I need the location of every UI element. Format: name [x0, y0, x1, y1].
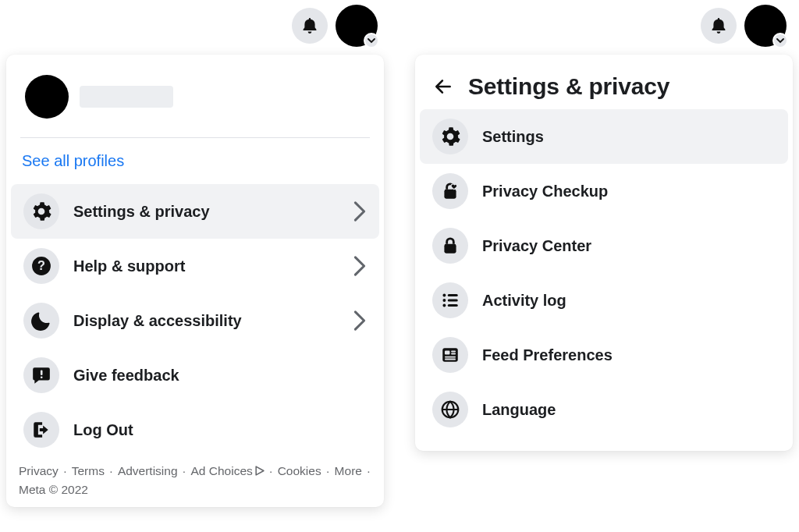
footer-link[interactable]: Cookies	[278, 464, 321, 477]
account-menu-list: Settings & privacy?Help & supportDisplay…	[6, 179, 384, 457]
menu-item-label: Log Out	[73, 421, 367, 439]
help-icon: ?	[23, 248, 59, 284]
bell-icon	[300, 16, 319, 35]
svg-point-7	[442, 299, 446, 302]
footer-link[interactable]: Privacy	[19, 464, 59, 477]
menu-item-help[interactable]: ?Help & support	[11, 239, 379, 293]
menu-item-logout[interactable]: Log Out	[11, 403, 379, 457]
footer-sep: ·	[265, 464, 278, 477]
svg-text:?: ?	[37, 258, 45, 272]
account-avatar-button[interactable]	[744, 5, 787, 47]
svg-rect-14	[451, 351, 456, 353]
profile-row[interactable]	[20, 69, 370, 133]
settings-menu-list: SettingsPrivacy CheckupPrivacy CenterAct…	[415, 108, 793, 437]
svg-rect-11	[448, 304, 458, 307]
feed-icon	[432, 337, 468, 373]
menu-item-label: Privacy Checkup	[482, 183, 776, 200]
profile-block	[20, 69, 370, 138]
menu-item-globe[interactable]: Language	[420, 382, 788, 437]
svg-rect-5	[444, 244, 456, 254]
gear-icon	[23, 193, 59, 229]
svg-rect-13	[445, 351, 450, 355]
account-menu-panel: See all profiles Settings & privacy?Help…	[6, 0, 384, 507]
svg-point-8	[442, 304, 446, 307]
back-button[interactable]	[432, 76, 454, 98]
svg-rect-4	[444, 190, 456, 199]
menu-item-feed[interactable]: Feed Preferences	[420, 328, 788, 382]
footer-sep: ·	[105, 464, 118, 477]
menu-item-feedback[interactable]: Give feedback	[11, 348, 379, 403]
profile-name-placeholder	[80, 86, 173, 108]
lock-heart-icon	[432, 173, 468, 209]
profile-avatar	[25, 75, 69, 119]
footer-sep: ·	[321, 464, 335, 477]
menu-item-label: Display & accessibility	[73, 312, 339, 330]
logout-icon	[23, 412, 59, 448]
menu-item-gear[interactable]: Settings & privacy	[11, 184, 379, 239]
footer-sep: ·	[59, 464, 72, 477]
menu-item-label: Privacy Center	[482, 237, 776, 255]
svg-rect-16	[445, 356, 456, 358]
chevron-down-icon	[772, 33, 788, 48]
footer-sep: ·	[178, 464, 191, 477]
chevron-right-icon	[353, 310, 367, 332]
menu-item-gear[interactable]: Settings	[420, 109, 788, 164]
menu-item-label: Help & support	[73, 257, 339, 275]
chevron-right-icon	[353, 200, 367, 222]
lock-icon	[432, 228, 468, 264]
feedback-icon	[23, 357, 59, 393]
account-avatar-button[interactable]	[336, 5, 378, 47]
panel-subheader: Settings & privacy	[415, 59, 793, 108]
footer-link[interactable]: More	[335, 464, 362, 477]
chevron-down-icon	[364, 33, 379, 48]
adchoices-icon	[254, 466, 265, 476]
header-icons	[292, 5, 378, 47]
svg-rect-10	[448, 299, 458, 301]
svg-rect-17	[445, 359, 456, 360]
list-icon	[432, 282, 468, 318]
menu-item-label: Feed Preferences	[482, 346, 776, 364]
menu-item-label: Language	[482, 401, 776, 419]
account-menu-card: See all profiles Settings & privacy?Help…	[6, 55, 384, 507]
footer-copyright: Meta © 2022	[19, 483, 88, 496]
svg-point-6	[442, 294, 446, 297]
see-all-profiles-link[interactable]: See all profiles	[6, 141, 384, 179]
gear-icon	[432, 119, 468, 154]
notifications-button[interactable]	[701, 8, 737, 44]
svg-rect-3	[41, 376, 43, 378]
bell-icon	[709, 16, 728, 35]
menu-item-list[interactable]: Activity log	[420, 273, 788, 328]
panel-title: Settings & privacy	[468, 73, 669, 100]
chevron-right-icon	[353, 255, 367, 277]
menu-item-label: Give feedback	[73, 367, 367, 385]
menu-item-label: Activity log	[482, 292, 776, 310]
moon-icon	[23, 303, 59, 339]
notifications-button[interactable]	[292, 8, 328, 44]
menu-item-label: Settings & privacy	[73, 203, 339, 221]
svg-rect-2	[41, 371, 43, 376]
menu-item-lock-heart[interactable]: Privacy Checkup	[420, 164, 788, 218]
arrow-left-icon	[433, 76, 453, 97]
menu-item-lock[interactable]: Privacy Center	[420, 218, 788, 273]
footer-link[interactable]: Terms	[72, 464, 105, 477]
footer-links: Privacy · Terms · Advertising · Ad Choic…	[6, 457, 384, 499]
footer-link[interactable]: Advertising	[118, 464, 178, 477]
menu-item-label: Settings	[482, 128, 776, 146]
footer-link[interactable]: Ad Choices	[190, 464, 252, 477]
globe-icon	[432, 392, 468, 427]
header-icons	[701, 5, 787, 47]
footer-sep: ·	[362, 464, 372, 477]
svg-rect-15	[451, 353, 456, 355]
svg-rect-9	[448, 294, 458, 296]
settings-privacy-panel: Settings & privacy SettingsPrivacy Check…	[415, 0, 793, 507]
settings-privacy-card: Settings & privacy SettingsPrivacy Check…	[415, 55, 793, 451]
menu-item-moon[interactable]: Display & accessibility	[11, 293, 379, 348]
